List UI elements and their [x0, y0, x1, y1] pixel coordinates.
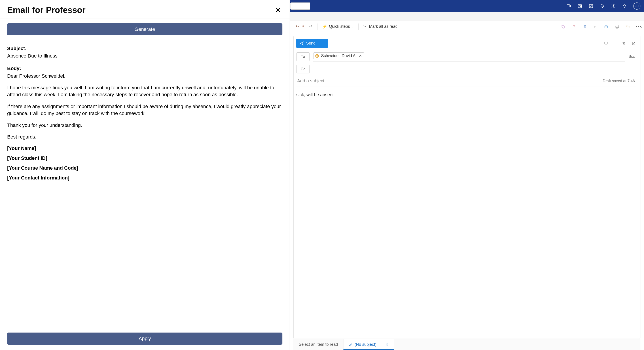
chevron-down-icon: ⌄ [323, 42, 325, 45]
apply-button[interactable]: Apply [7, 332, 282, 345]
body-text: sick, will be absent [296, 92, 334, 97]
to-input[interactable]: Schweidel, David A. ✕ [313, 52, 625, 62]
subject-label: Subject: [7, 46, 282, 52]
placeholder-course: [Your Course Name and Code] [7, 165, 282, 171]
cc-input[interactable] [313, 68, 636, 71]
svg-rect-2 [590, 5, 593, 8]
undo-ribbon-icon[interactable] [626, 25, 630, 29]
tab-label: (No subject) [355, 342, 376, 347]
subject-value: Absence Due to Illness [7, 53, 282, 59]
body-paragraph-1: I hope this message finds you well. I am… [7, 84, 282, 98]
generate-button[interactable]: Generate [7, 23, 282, 35]
quick-steps-label: Quick steps [329, 24, 350, 29]
bolt-icon: ⚡ [322, 24, 327, 29]
title-bar: JH [290, 0, 644, 12]
tips-icon[interactable] [622, 4, 627, 9]
ribbon-toolbar: ⚡ Quick steps ⌄ Mark all as read [290, 21, 644, 32]
snooze-icon[interactable]: ⌄ [594, 25, 598, 29]
user-avatar[interactable]: JH [633, 3, 640, 10]
envelope-icon [363, 25, 367, 28]
teams-icon[interactable] [566, 4, 571, 9]
svg-point-4 [562, 26, 563, 26]
redo-icon[interactable] [308, 25, 313, 29]
close-tab-icon[interactable]: ✕ [378, 342, 389, 347]
mark-all-read-button[interactable]: Mark all as read [363, 24, 398, 29]
send-icon [300, 41, 304, 46]
close-icon[interactable]: ✕ [274, 7, 282, 14]
body-paragraph-3: Thank you for your understanding. [7, 122, 282, 129]
spacer-strip [290, 12, 644, 21]
search-input[interactable] [290, 3, 310, 10]
flag-icon[interactable] [572, 25, 576, 29]
assistant-title: Email for Professor [7, 5, 86, 15]
svg-rect-0 [567, 5, 570, 7]
body-paragraph-2: If there are any assignments or importan… [7, 103, 282, 117]
cc-button[interactable]: Cc [296, 65, 310, 73]
tab-label: Select an item to read [299, 342, 338, 347]
more-icon[interactable]: ••• [636, 25, 641, 29]
popout-icon[interactable] [632, 41, 636, 46]
svg-rect-6 [605, 26, 608, 28]
undo-all-icon[interactable] [302, 25, 306, 29]
draft-saved-text: Draft saved at 7:46 [603, 79, 635, 83]
remove-recipient-icon[interactable]: ✕ [359, 54, 362, 58]
send-button[interactable]: Send [296, 39, 320, 48]
recipient-name: Schweidel, David A. [321, 54, 357, 58]
bcc-button[interactable]: Bcc [628, 54, 636, 59]
recipient-chip[interactable]: Schweidel, David A. ✕ [313, 52, 364, 59]
send-button-group: Send ⌄ [296, 39, 328, 48]
presence-icon [315, 54, 319, 58]
tab-no-subject[interactable]: (No subject) ✕ [344, 339, 394, 350]
settings-icon[interactable] [611, 4, 616, 9]
reading-pane-tabs: Select an item to read (No subject) ✕ [294, 339, 640, 350]
delete-icon[interactable] [622, 41, 626, 46]
signoff-text: Best regards, [7, 134, 282, 141]
compose-card: Send ⌄ ⌄ [294, 36, 640, 339]
salutation-text: Dear Professor Schweidel, [7, 73, 282, 80]
todo-icon[interactable] [588, 4, 594, 9]
chevron-down-icon: ⌄ [352, 25, 354, 28]
encryption-icon[interactable] [604, 41, 608, 46]
placeholder-contact: [Your Contact Information] [7, 175, 282, 181]
placeholder-name: [Your Name] [7, 145, 282, 151]
tab-select-item[interactable]: Select an item to read [294, 339, 344, 350]
pin-icon[interactable] [583, 25, 587, 29]
body-label: Body: [7, 66, 282, 71]
placeholder-student-id: [Your Student ID] [7, 155, 282, 161]
move-icon[interactable] [604, 25, 609, 29]
assistant-header: Email for Professor ✕ [0, 0, 290, 19]
svg-point-3 [613, 5, 614, 7]
subject-input[interactable] [297, 78, 603, 84]
notifications-icon[interactable] [600, 4, 605, 9]
pencil-icon [349, 343, 352, 346]
subject-row: Draft saved at 7:46 [296, 77, 636, 87]
onenote-icon[interactable] [577, 4, 582, 9]
undo-icon[interactable] [295, 25, 300, 29]
print-icon[interactable] [615, 25, 620, 29]
send-options-button[interactable]: ⌄ [320, 39, 328, 48]
outlook-panel: JH ⚡ Quick steps [290, 0, 644, 350]
cc-row: Cc [296, 65, 636, 73]
compose-body[interactable]: sick, will be absent [294, 87, 640, 338]
to-row: To Schweidel, David A. ✕ Bcc [296, 52, 636, 62]
chevron-down-icon[interactable]: ⌄ [614, 42, 616, 45]
collapse-ribbon-icon[interactable]: ⌄ [640, 25, 643, 29]
quick-steps-button[interactable]: ⚡ Quick steps ⌄ [322, 24, 354, 29]
mark-all-read-label: Mark all as read [369, 24, 398, 29]
to-button[interactable]: To [296, 52, 310, 61]
assistant-panel: Email for Professor ✕ Generate Subject: … [0, 0, 290, 350]
send-label: Send [306, 41, 316, 46]
tag-icon[interactable] [561, 25, 566, 29]
